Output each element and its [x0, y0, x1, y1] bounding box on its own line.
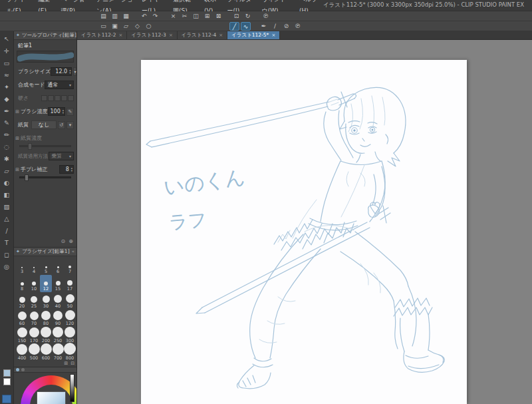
brush-size-input[interactable]: 12.0 ▴▾	[51, 67, 72, 76]
pen-pressure-settings-button[interactable]: ✎	[66, 108, 74, 116]
fit-screen-icon[interactable]: ⊡	[231, 12, 241, 21]
stabilization-spinner[interactable]: ▴▾	[70, 167, 73, 172]
brush-size-option-5[interactable]: 5	[40, 258, 52, 275]
add-size-icon[interactable]: ⊞	[64, 361, 68, 366]
selected-color-swatch[interactable]	[2, 395, 11, 403]
redo-icon[interactable]: ↷	[150, 12, 160, 21]
brush-size-dropdown-button[interactable]: ▾	[73, 67, 76, 76]
texture-dropdown-icon[interactable]: ▾	[66, 121, 74, 129]
brush-size-option-60[interactable]: 60	[16, 309, 28, 327]
tab-illust-112-3[interactable]: イラスト112-3 ×	[127, 31, 177, 39]
brush-size-option-10[interactable]: 10	[28, 275, 40, 292]
disable-icon[interactable]: ⊘	[281, 22, 291, 31]
hardness-segment[interactable]	[48, 95, 54, 101]
airbrush-tool-icon[interactable]: ◌	[1, 141, 13, 152]
undo-icon[interactable]: ↶	[139, 12, 149, 21]
slash-icon[interactable]: ∕	[270, 22, 280, 31]
brush-size-option-250[interactable]: 250	[52, 327, 64, 344]
tool-property-header[interactable]: ✦ ツールプロパティ[鉛筆] «	[14, 31, 76, 40]
selection-tool-icon[interactable]: ▭	[1, 57, 13, 69]
hardness-segment[interactable]	[68, 95, 74, 101]
brush-size-option-7[interactable]: 7	[64, 258, 76, 275]
balloon-tool-icon[interactable]: ◻	[1, 249, 13, 260]
sub-color-chip[interactable]	[3, 378, 11, 385]
blend-mode-select[interactable]: 通常 ▾	[45, 81, 74, 89]
brush-size-option-800[interactable]: 800	[64, 344, 76, 361]
color-slider-tab-icon[interactable]	[21, 368, 25, 371]
brush-size-header[interactable]: ✦ ブラシサイズ[鉛筆1] «	[14, 248, 76, 256]
brush-size-option-20[interactable]: 20	[16, 292, 28, 309]
pin-icon-2[interactable]: ℗	[293, 22, 303, 31]
brush-size-spinner[interactable]: ▴▾	[68, 69, 71, 75]
canvas-document[interactable]: いのくん ラフ	[141, 60, 467, 404]
zoom-tool-icon[interactable]: ◎	[1, 261, 13, 272]
eraser-tool-icon[interactable]: ▱	[1, 165, 13, 176]
copy-icon[interactable]: ◫	[191, 12, 201, 21]
slider-handle[interactable]	[28, 143, 32, 150]
color-wheel-header[interactable]	[14, 367, 76, 373]
brush-size-option-90[interactable]: 90	[52, 309, 64, 327]
eyedropper-settings-icon[interactable]: ⊙	[61, 238, 66, 244]
texture-mode-select[interactable]: 乗算 ▾	[49, 152, 74, 160]
pen-tool-icon[interactable]: ✒	[1, 105, 13, 116]
figure-tool-icon[interactable]: △	[1, 213, 13, 224]
brush-size-option-80[interactable]: 80	[40, 309, 52, 327]
cut-icon[interactable]: ✂	[180, 12, 190, 21]
new-canvas-icon[interactable]: ▤	[98, 12, 108, 21]
brush-size-option-170[interactable]: 170	[28, 327, 40, 344]
texture-select-button[interactable]: なし	[31, 120, 57, 129]
brush-size-option-500[interactable]: 500	[28, 344, 40, 361]
stabilization-input[interactable]: 8 ▴▾	[59, 165, 74, 174]
pin-icon[interactable]: ℗	[261, 12, 271, 21]
texture-density-slider[interactable]	[19, 145, 71, 147]
brush-size-option-12-selected[interactable]: 12	[40, 275, 52, 292]
saturation-value-square[interactable]	[37, 391, 66, 404]
hardness-segment[interactable]	[41, 95, 47, 101]
open-icon[interactable]: ▥	[110, 12, 120, 21]
brush-tool-icon[interactable]: ✏	[1, 129, 13, 140]
tab-illust-112-5-active[interactable]: イラスト112-5* ×	[227, 31, 280, 39]
spin-down-icon[interactable]: ▾	[69, 72, 70, 75]
brush-size-option-6[interactable]: 6	[52, 258, 64, 275]
pencil-tool-icon[interactable]: ✎	[1, 117, 13, 128]
close-icon[interactable]: ×	[271, 33, 275, 38]
brush-density-spinner[interactable]: ▴▾	[62, 109, 65, 114]
expander-icon[interactable]: ⊞	[15, 167, 19, 172]
close-icon[interactable]: ×	[219, 33, 223, 38]
select-all-icon[interactable]: ▣	[110, 22, 120, 31]
spin-down-icon[interactable]: ▾	[63, 112, 64, 114]
collapse-icon[interactable]: «	[72, 249, 74, 254]
brush-size-option-700[interactable]: 700	[52, 344, 64, 361]
auto-select-tool-icon[interactable]: ✦	[1, 81, 13, 93]
close-icon[interactable]: ×	[119, 33, 123, 38]
brush-size-option-400[interactable]: 400	[16, 344, 28, 361]
brush-size-option-17[interactable]: 17	[64, 275, 76, 292]
nib-icon[interactable]: ✒	[259, 22, 269, 31]
brush-size-option-70[interactable]: 70	[28, 309, 40, 327]
brush-size-option-15[interactable]: 15	[52, 275, 64, 292]
lasso-tool-icon[interactable]: ≈	[1, 69, 13, 81]
hardness-segment[interactable]	[61, 95, 67, 101]
brightness-slider[interactable]	[70, 374, 74, 402]
deselect-icon[interactable]: ×	[168, 12, 178, 21]
spin-down-icon[interactable]: ▾	[71, 170, 72, 172]
brush-size-option-40[interactable]: 40	[52, 292, 64, 309]
select-poly-icon[interactable]: ▱	[121, 22, 131, 31]
delete-icon[interactable]: ⊠	[213, 12, 223, 21]
expander-icon[interactable]: ⊞	[15, 136, 19, 141]
remove-size-icon[interactable]: ⊟	[70, 361, 74, 366]
decoration-tool-icon[interactable]: ✱	[1, 153, 13, 164]
brush-size-option-600[interactable]: 600	[40, 344, 52, 361]
main-color-chip[interactable]	[3, 369, 11, 377]
brush-size-option-30[interactable]: 30	[40, 292, 52, 309]
color-wheel-tab-icon[interactable]	[16, 368, 19, 371]
brush-size-option-8[interactable]: 8	[16, 275, 28, 292]
brush-size-option-200[interactable]: 200	[40, 327, 52, 344]
move-tool-icon[interactable]: ✛	[1, 45, 13, 57]
expander-icon[interactable]: ⊞	[15, 109, 19, 114]
canvas-area[interactable]: いのくん ラフ	[77, 40, 532, 404]
brush-size-option-4[interactable]: 4	[28, 258, 40, 275]
brush-density-input[interactable]: 100 ▴▾	[48, 107, 65, 116]
brush-size-option-300[interactable]: 300	[64, 327, 76, 344]
blend-tool-icon[interactable]: ◐	[1, 177, 13, 188]
